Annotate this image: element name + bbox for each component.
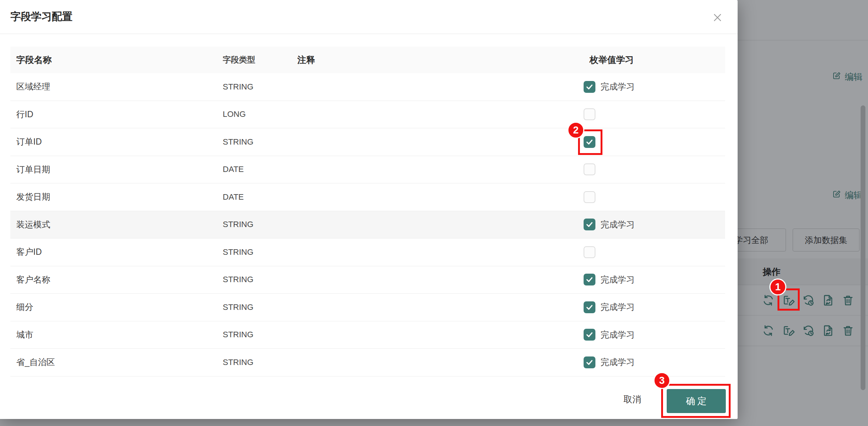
modal-header-divider — [0, 34, 738, 34]
enum-learning-checkbox[interactable] — [584, 301, 595, 313]
column-header-comment: 注释 — [291, 54, 578, 66]
field-type: STRING — [217, 275, 291, 284]
enum-learning-cell — [578, 108, 725, 120]
enum-learning-cell — [578, 163, 725, 175]
field-name: 省_自治区 — [10, 356, 217, 368]
field-type: STRING — [217, 330, 291, 339]
learning-status-label: 完成学习 — [601, 356, 635, 368]
table-row: 细分 STRING 完成学习 — [10, 294, 725, 321]
enum-learning-cell: 完成学习 — [578, 81, 725, 93]
field-table-header: 字段名称 字段类型 注释 枚举值学习 — [10, 47, 725, 73]
enum-learning-cell — [578, 191, 725, 203]
enum-learning-checkbox[interactable] — [584, 274, 595, 285]
enum-learning-checkbox[interactable] — [584, 246, 595, 258]
enum-learning-checkbox[interactable] — [584, 356, 595, 368]
field-type: DATE — [217, 165, 291, 174]
column-header-field-type: 字段类型 — [217, 54, 291, 65]
enum-learning-checkbox[interactable] — [584, 163, 595, 175]
table-row: 行ID LONG — [10, 101, 725, 129]
learning-status-label: 完成学习 — [601, 329, 635, 341]
enum-learning-cell: 完成学习 — [578, 329, 725, 341]
modal-title: 字段学习配置 — [10, 10, 72, 24]
enum-learning-cell: 完成学习 — [578, 301, 725, 313]
table-row: 装运模式 STRING 完成学习 — [10, 211, 725, 239]
field-table-body: 区域经理 STRING 完成学习 行ID LONG 订单ID STRING — [10, 73, 725, 376]
ok-button[interactable]: 确定 — [667, 389, 726, 413]
table-row: 区域经理 STRING 完成学习 — [10, 73, 725, 101]
enum-learning-checkbox[interactable] — [584, 136, 595, 148]
enum-learning-cell: 完成学习 — [578, 274, 725, 285]
enum-learning-cell: 完成学习 — [578, 219, 725, 230]
learning-status-label: 完成学习 — [601, 219, 635, 230]
column-header-enum-learning: 枚举值学习 — [578, 54, 725, 66]
field-type: LONG — [217, 109, 291, 119]
field-table: 字段名称 字段类型 注释 枚举值学习 区域经理 STRING 完成学习 行ID … — [10, 47, 725, 376]
field-type: STRING — [217, 137, 291, 147]
field-type: STRING — [217, 247, 291, 257]
field-name: 客户ID — [10, 246, 217, 258]
field-name: 行ID — [10, 109, 217, 120]
table-row: 客户ID STRING — [10, 239, 725, 266]
field-type: STRING — [217, 220, 291, 229]
field-type: STRING — [217, 302, 291, 312]
table-row: 省_自治区 STRING 完成学习 — [10, 349, 725, 376]
column-header-field-name: 字段名称 — [10, 54, 217, 66]
table-row: 订单ID STRING — [10, 128, 725, 156]
field-type: STRING — [217, 82, 291, 92]
enum-learning-cell — [578, 136, 725, 148]
field-name: 区域经理 — [10, 81, 217, 92]
field-name: 订单ID — [10, 136, 217, 148]
field-type: DATE — [217, 192, 291, 202]
field-name: 城市 — [10, 329, 217, 341]
field-learning-modal: 字段学习配置 字段名称 字段类型 注释 枚举值学习 区域经理 STRING — [0, 0, 738, 419]
close-icon[interactable] — [707, 7, 728, 28]
field-name: 客户名称 — [10, 274, 217, 285]
field-type: STRING — [217, 358, 291, 367]
field-name: 装运模式 — [10, 219, 217, 230]
learning-status-label: 完成学习 — [601, 274, 635, 285]
screen: 编辑 编辑 学习全部 添加数据集 操作 — [0, 0, 868, 426]
cancel-button[interactable]: 取消 — [615, 390, 650, 408]
enum-learning-cell — [578, 246, 725, 258]
enum-learning-checkbox[interactable] — [584, 108, 595, 120]
field-name: 订单日期 — [10, 164, 217, 175]
enum-learning-checkbox[interactable] — [584, 81, 595, 93]
learning-status-label: 完成学习 — [601, 301, 635, 313]
table-row: 客户名称 STRING 完成学习 — [10, 266, 725, 294]
enum-learning-cell: 完成学习 — [578, 356, 725, 368]
field-name: 发货日期 — [10, 191, 217, 203]
enum-learning-checkbox[interactable] — [584, 329, 595, 341]
learning-status-label: 完成学习 — [601, 81, 635, 92]
enum-learning-checkbox[interactable] — [584, 191, 595, 203]
table-row: 发货日期 DATE — [10, 183, 725, 211]
field-name: 细分 — [10, 301, 217, 313]
table-row: 订单日期 DATE — [10, 156, 725, 184]
enum-learning-checkbox[interactable] — [584, 219, 595, 230]
table-row: 城市 STRING 完成学习 — [10, 321, 725, 349]
